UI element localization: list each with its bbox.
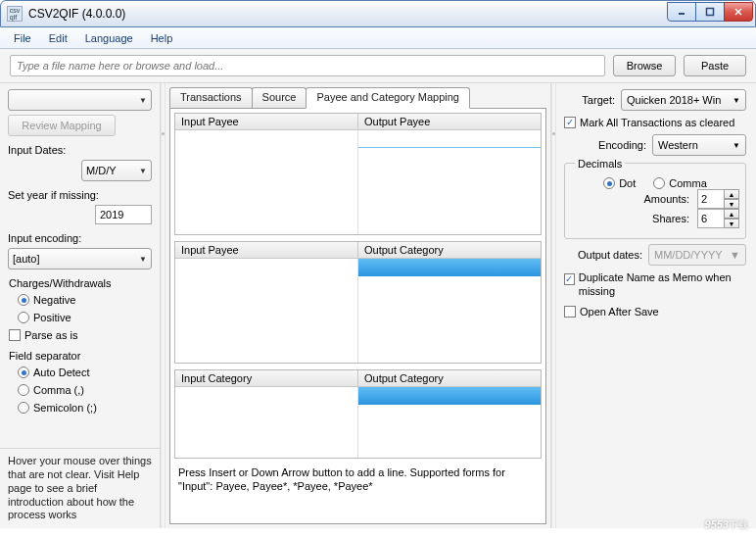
payee-payee-table[interactable]: Input PayeeOutput Payee	[174, 113, 542, 235]
checkbox-icon	[9, 329, 21, 341]
amounts-label: Amounts:	[644, 193, 689, 205]
col-header: Output Payee	[358, 114, 541, 129]
mark-cleared-checkbox[interactable]: Mark All Transactions as cleared	[564, 116, 746, 129]
decimals-dot-radio[interactable]: Dot	[603, 177, 636, 189]
window-titlebar: csvqif CSV2QIF (4.0.0.0)	[0, 0, 756, 27]
sep-comma-radio[interactable]: Comma (,)	[8, 383, 152, 397]
col-header: Output Category	[358, 242, 541, 258]
mapping-footnote: Press Insert or Down Arrow button to add…	[174, 465, 542, 496]
tab-mapping[interactable]: Payee and Category Mapping	[306, 87, 470, 109]
sep-semicolon-radio[interactable]: Semicolon (;)	[8, 401, 152, 415]
radio-icon	[18, 367, 29, 378]
input-encoding-combo[interactable]: [auto]▼	[8, 248, 152, 269]
checkbox-icon	[564, 117, 576, 128]
checkbox-icon	[564, 273, 575, 285]
payee-category-table[interactable]: Input PayeeOutput Category	[174, 241, 542, 364]
checkbox-icon	[564, 306, 576, 318]
chevron-down-icon: ▼	[139, 167, 147, 175]
window-controls	[668, 2, 753, 22]
window-title: CSV2QIF (4.0.0.0)	[28, 7, 668, 21]
set-year-label: Set year if missing:	[8, 189, 152, 201]
center-panel: Transactions Source Payee and Category M…	[165, 83, 551, 528]
radio-icon	[18, 294, 29, 306]
radio-icon	[653, 177, 665, 189]
chevron-down-icon: ▼	[732, 96, 740, 105]
target-label: Target:	[564, 94, 615, 106]
output-dates-combo[interactable]: MM/DD/YYYY▼	[648, 244, 746, 266]
tab-source[interactable]: Source	[252, 87, 307, 109]
help-hint: Hover your mouse over things that are no…	[0, 448, 160, 528]
shares-spinner[interactable]: ▲▼	[697, 209, 739, 228]
output-dates-label: Output dates:	[564, 249, 642, 261]
charges-label: Charges/Withdrawals	[8, 277, 152, 289]
app-icon: csvqif	[7, 6, 23, 22]
menu-help[interactable]: Help	[143, 30, 181, 46]
menu-edit[interactable]: Edit	[41, 30, 75, 46]
file-path-input[interactable]	[10, 55, 605, 76]
menu-language[interactable]: Language	[77, 30, 141, 46]
col-header: Output Category	[358, 370, 541, 386]
tabbar: Transactions Source Payee and Category M…	[169, 87, 546, 109]
tab-body: Input PayeeOutput Payee Input PayeeOutpu…	[169, 108, 546, 524]
right-panel: Target: Quicken 2018+ Win▼ Mark All Tran…	[556, 83, 756, 528]
chevron-down-icon: ▼	[730, 249, 740, 261]
radio-icon	[18, 312, 29, 323]
col-header: Input Payee	[175, 114, 358, 129]
col-header: Input Category	[175, 370, 358, 386]
spin-up-icon[interactable]: ▲	[724, 209, 739, 219]
edit-cell[interactable]	[358, 130, 541, 148]
amounts-spinner[interactable]: ▲▼	[697, 189, 739, 209]
watermark: 9553下载	[705, 514, 748, 532]
open-after-save-checkbox[interactable]: Open After Save	[564, 305, 746, 318]
review-mapping-button[interactable]: Review Mapping	[8, 115, 116, 136]
file-toolbar: Browse Paste	[0, 49, 756, 83]
browse-button[interactable]: Browse	[613, 55, 676, 76]
charges-positive-radio[interactable]: Positive	[8, 311, 152, 324]
set-year-input[interactable]	[95, 205, 152, 224]
tab-transactions[interactable]: Transactions	[169, 87, 253, 109]
chevron-down-icon: ▼	[732, 141, 740, 150]
input-dates-label: Input Dates:	[8, 144, 152, 156]
sep-autodetect-radio[interactable]: Auto Detect	[8, 366, 152, 379]
duplicate-name-checkbox[interactable]: Duplicate Name as Memo when missing	[564, 270, 746, 300]
profile-combo[interactable]: ▼	[8, 89, 152, 111]
main-area: ▼ Review Mapping Input Dates: M/D/Y▼ Set…	[0, 83, 756, 528]
shares-label: Shares:	[652, 213, 689, 224]
menubar: File Edit Language Help	[0, 27, 756, 49]
parse-as-is-checkbox[interactable]: Parse as is	[8, 328, 152, 342]
paste-button[interactable]: Paste	[684, 55, 746, 76]
decimals-fieldset: Decimals Dot Comma Amounts: ▲▼ Shares: ▲…	[564, 163, 746, 239]
menu-file[interactable]: File	[6, 30, 39, 46]
minimize-button[interactable]	[667, 2, 696, 22]
radio-icon	[18, 402, 29, 414]
selected-cell[interactable]	[358, 387, 541, 405]
input-encoding-label: Input encoding:	[8, 232, 152, 244]
decimals-legend: Decimals	[575, 158, 625, 170]
category-category-table[interactable]: Input CategoryOutput Category	[174, 369, 542, 459]
spin-down-icon[interactable]: ▼	[724, 199, 739, 209]
charges-negative-radio[interactable]: Negative	[8, 293, 152, 307]
chevron-down-icon: ▼	[139, 255, 147, 264]
encoding-combo[interactable]: Western▼	[652, 134, 746, 156]
col-header: Input Payee	[175, 242, 358, 258]
decimals-comma-radio[interactable]: Comma	[653, 177, 707, 189]
svg-rect-1	[707, 9, 714, 16]
field-sep-label: Field separator	[8, 350, 152, 362]
spin-down-icon[interactable]: ▼	[724, 219, 739, 228]
spin-up-icon[interactable]: ▲	[724, 189, 739, 199]
encoding-label: Encoding:	[564, 139, 646, 151]
selected-cell[interactable]	[358, 259, 541, 276]
left-panel: ▼ Review Mapping Input Dates: M/D/Y▼ Set…	[0, 83, 161, 528]
chevron-down-icon: ▼	[139, 96, 147, 105]
maximize-button[interactable]	[695, 2, 725, 22]
input-dates-combo[interactable]: M/D/Y▼	[81, 160, 152, 181]
target-combo[interactable]: Quicken 2018+ Win▼	[621, 89, 746, 111]
close-button[interactable]	[724, 2, 753, 22]
radio-icon	[18, 384, 29, 396]
radio-icon	[603, 177, 615, 189]
